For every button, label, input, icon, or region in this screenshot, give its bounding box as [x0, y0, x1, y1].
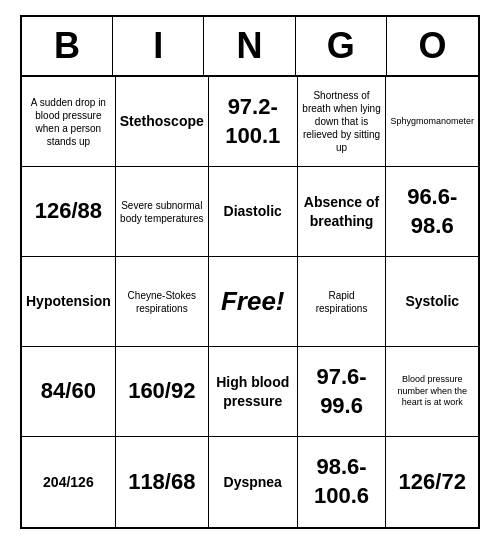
bingo-cell: Stethoscope	[116, 77, 209, 167]
bingo-cell: Systolic	[386, 257, 478, 347]
bingo-cell: 160/92	[116, 347, 209, 437]
header-letter: O	[387, 17, 478, 75]
bingo-cell: Cheyne-Stokes respirations	[116, 257, 209, 347]
bingo-cell: Absence of breathing	[298, 167, 387, 257]
bingo-cell: Rapid respirations	[298, 257, 387, 347]
bingo-cell: Dyspnea	[209, 437, 298, 527]
header-letter: G	[296, 17, 387, 75]
bingo-cell: High blood pressure	[209, 347, 298, 437]
bingo-header: BINGO	[22, 17, 478, 77]
bingo-card: BINGO A sudden drop in blood pressure wh…	[20, 15, 480, 529]
header-letter: I	[113, 17, 204, 75]
bingo-cell: Blood pressure number when the heart is …	[386, 347, 478, 437]
bingo-cell: Shortness of breath when lying down that…	[298, 77, 387, 167]
bingo-cell: Diastolic	[209, 167, 298, 257]
bingo-cell: A sudden drop in blood pressure when a p…	[22, 77, 116, 167]
bingo-cell: Free!	[209, 257, 298, 347]
bingo-cell: 96.6-98.6	[386, 167, 478, 257]
header-letter: B	[22, 17, 113, 75]
bingo-cell: 84/60	[22, 347, 116, 437]
header-letter: N	[204, 17, 295, 75]
bingo-cell: Sphygmomanometer	[386, 77, 478, 167]
bingo-cell: Severe subnormal body temperatures	[116, 167, 209, 257]
bingo-cell: 126/72	[386, 437, 478, 527]
bingo-cell: 118/68	[116, 437, 209, 527]
bingo-cell: 97.2-100.1	[209, 77, 298, 167]
bingo-cell: Hypotension	[22, 257, 116, 347]
bingo-cell: 98.6-100.6	[298, 437, 387, 527]
bingo-cell: 97.6-99.6	[298, 347, 387, 437]
bingo-cell: 126/88	[22, 167, 116, 257]
bingo-grid: A sudden drop in blood pressure when a p…	[22, 77, 478, 527]
bingo-cell: 204/126	[22, 437, 116, 527]
